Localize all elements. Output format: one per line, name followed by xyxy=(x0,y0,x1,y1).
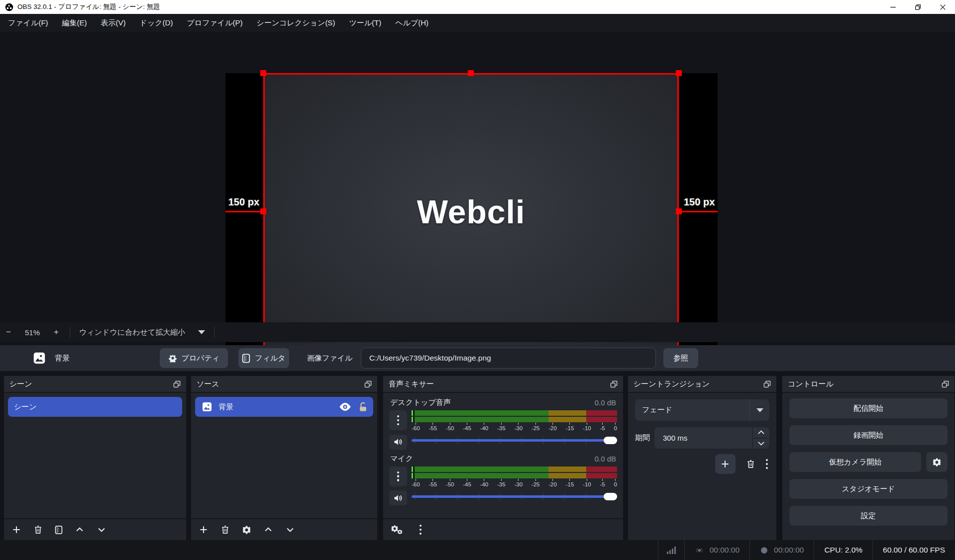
zoom-out-button[interactable]: − xyxy=(0,327,17,337)
studio-mode-button[interactable]: スタジオモード xyxy=(789,479,948,499)
virtual-camera-settings-button[interactable] xyxy=(926,452,948,472)
start-virtual-camera-button[interactable]: 仮想カメラ開始 xyxy=(789,452,921,472)
virtual-camera-label: 仮想カメラ開始 xyxy=(829,458,881,467)
popout-icon[interactable] xyxy=(364,380,372,388)
speaker-icon xyxy=(394,438,403,446)
source-list-item[interactable]: 背景 xyxy=(195,397,373,417)
move-source-up-button[interactable] xyxy=(263,525,273,535)
scene-transitions-panel: シーントランジション フェード 期間 300 ms xyxy=(628,376,776,540)
move-scene-down-button[interactable] xyxy=(97,525,106,535)
menu-view[interactable]: 表示(V) xyxy=(94,14,133,32)
advanced-audio-properties-button[interactable] xyxy=(391,524,404,536)
meter-scale: -60-55-50-45-40-35-30-25-20-15-10-50 xyxy=(412,423,617,432)
remove-source-button[interactable] xyxy=(220,525,230,535)
duration-decrease-button[interactable] xyxy=(753,439,769,449)
visibility-eye-icon[interactable] xyxy=(339,402,351,411)
combo-arrow[interactable] xyxy=(749,399,769,421)
selection-border[interactable] xyxy=(263,73,679,350)
mute-button[interactable] xyxy=(389,490,407,505)
properties-button[interactable]: プロパティ xyxy=(160,348,228,368)
duration-value[interactable]: 300 ms xyxy=(654,427,752,449)
kebab-icon xyxy=(397,415,399,425)
start-recording-button[interactable]: 録画開始 xyxy=(789,425,948,445)
left-measure-label: 150 px xyxy=(226,196,259,208)
handle-top-right[interactable] xyxy=(676,70,682,76)
filters-button[interactable]: フィルタ xyxy=(238,348,289,368)
minimize-button[interactable] xyxy=(880,0,905,14)
scene-list-item[interactable]: シーン xyxy=(8,397,182,417)
slider-track[interactable] xyxy=(412,439,617,442)
move-source-down-button[interactable] xyxy=(285,525,295,535)
slider-thumb[interactable] xyxy=(604,493,617,500)
handle-top-left[interactable] xyxy=(260,70,266,76)
restore-button[interactable] xyxy=(905,0,930,14)
sources-panel: ソース 背景 xyxy=(191,376,377,540)
scene-filters-button[interactable] xyxy=(55,525,63,535)
window-title: OBS 32.0.1 - プロファイル: 無題 - シーン: 無題 xyxy=(17,2,160,11)
handle-mid-left[interactable] xyxy=(260,208,266,214)
transition-menu-button[interactable] xyxy=(766,459,768,469)
controls-panel: コントロール 配信開始 録画開始 仮想カメラ開始 スタジオモード 設定 xyxy=(782,376,955,540)
mixer-menu-button[interactable] xyxy=(420,525,422,535)
zoom-fit-dropdown[interactable]: ウィンドウに合わせて拡大縮小 xyxy=(75,328,209,337)
add-source-button[interactable] xyxy=(199,525,209,535)
close-button[interactable] xyxy=(930,0,955,14)
obs-logo-icon xyxy=(5,3,13,11)
volume-meter xyxy=(412,473,617,478)
add-transition-button[interactable] xyxy=(715,454,736,474)
scenes-panel-title: シーン xyxy=(9,379,32,389)
channel-menu-button[interactable] xyxy=(389,467,407,486)
menu-docks[interactable]: ドック(D) xyxy=(133,14,180,32)
browse-button[interactable]: 参照 xyxy=(663,348,698,368)
mute-button[interactable] xyxy=(389,435,407,450)
duration-label: 期間 xyxy=(635,433,650,443)
channel-menu-button[interactable] xyxy=(389,410,407,430)
fps-counter: 60.00 / 60.00 FPS xyxy=(883,546,945,555)
slider-thumb[interactable] xyxy=(604,437,617,444)
browse-label: 参照 xyxy=(673,354,688,363)
source-properties-button[interactable] xyxy=(242,525,251,535)
settings-button[interactable]: 設定 xyxy=(789,506,948,526)
channel-volume-db: 0.0 dB xyxy=(595,455,616,463)
popout-icon[interactable] xyxy=(942,380,949,388)
remove-transition-button[interactable] xyxy=(746,459,755,469)
menu-help[interactable]: ヘルプ(H) xyxy=(388,14,435,32)
menu-tools[interactable]: ツール(T) xyxy=(342,14,388,32)
left-measure-line xyxy=(225,211,261,212)
start-recording-label: 録画開始 xyxy=(853,431,883,440)
image-file-label: 画像ファイル xyxy=(307,354,352,363)
remove-scene-button[interactable] xyxy=(33,525,43,535)
move-scene-up-button[interactable] xyxy=(75,525,85,535)
handle-mid-right[interactable] xyxy=(676,208,682,214)
preview-area: Webcli 150 px 150 px xyxy=(0,32,955,342)
start-streaming-button[interactable]: 配信開始 xyxy=(789,398,948,418)
cpu-usage: CPU: 2.0% xyxy=(824,546,862,555)
divider xyxy=(70,327,70,338)
stream-status-icon xyxy=(695,546,704,555)
menu-edit[interactable]: 編集(E) xyxy=(55,14,94,32)
menu-file[interactable]: ファイル(F) xyxy=(1,14,55,32)
volume-slider[interactable] xyxy=(412,437,617,445)
lock-icon[interactable] xyxy=(359,402,367,412)
meter-scale: -60-55-50-45-40-35-30-25-20-15-10-50 xyxy=(412,479,617,488)
slider-track[interactable] xyxy=(412,495,617,498)
menu-profile[interactable]: プロファイル(P) xyxy=(180,14,249,32)
zoom-fit-label: ウィンドウに合わせて拡大縮小 xyxy=(79,328,185,337)
volume-meter xyxy=(412,410,617,416)
add-scene-button[interactable] xyxy=(11,525,21,535)
duration-spinbox[interactable]: 300 ms xyxy=(654,427,769,449)
popout-icon[interactable] xyxy=(763,380,771,388)
image-file-path-input[interactable] xyxy=(361,348,656,369)
volume-slider[interactable] xyxy=(412,492,617,500)
menu-scene-collection[interactable]: シーンコレクション(S) xyxy=(250,14,342,32)
menu-bar: ファイル(F) 編集(E) 表示(V) ドック(D) プロファイル(P) シーン… xyxy=(0,14,955,32)
duration-increase-button[interactable] xyxy=(753,427,769,438)
handle-top-center[interactable] xyxy=(468,70,474,76)
zoom-in-button[interactable]: + xyxy=(48,327,65,337)
transition-select[interactable]: フェード xyxy=(635,399,769,421)
source-name: 背景 xyxy=(218,402,233,412)
properties-label: プロパティ xyxy=(182,354,220,363)
scene-name: シーン xyxy=(14,402,37,412)
popout-icon[interactable] xyxy=(173,380,181,388)
popout-icon[interactable] xyxy=(610,380,618,388)
